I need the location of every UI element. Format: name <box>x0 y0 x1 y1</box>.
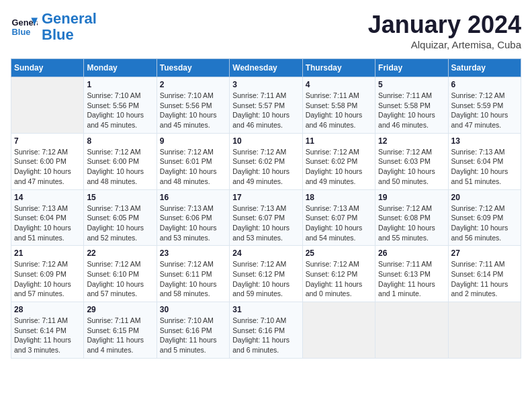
calendar-cell: 19Sunrise: 7:12 AMSunset: 6:08 PMDayligh… <box>375 189 448 246</box>
day-number: 31 <box>232 305 299 314</box>
day-info: Sunrise: 7:12 AMSunset: 6:09 PMDaylight:… <box>451 203 518 243</box>
day-number: 21 <box>14 248 81 258</box>
day-number: 5 <box>378 80 445 89</box>
calendar-cell <box>448 302 521 359</box>
day-info: Sunrise: 7:10 AMSunset: 5:56 PMDaylight:… <box>87 91 153 130</box>
location: Alquizar, Artemisa, Cuba <box>368 39 521 50</box>
day-info: Sunrise: 7:11 AMSunset: 5:58 PMDaylight:… <box>306 91 372 130</box>
day-info: Sunrise: 7:13 AMSunset: 6:04 PMDaylight:… <box>451 147 518 187</box>
calendar-cell: 1Sunrise: 7:10 AMSunset: 5:56 PMDaylight… <box>84 77 157 134</box>
calendar-cell: 2Sunrise: 7:10 AMSunset: 5:56 PMDaylight… <box>157 77 229 134</box>
calendar-cell <box>11 77 84 134</box>
calendar-cell: 11Sunrise: 7:12 AMSunset: 6:02 PMDayligh… <box>302 133 375 189</box>
calendar-cell: 16Sunrise: 7:13 AMSunset: 6:06 PMDayligh… <box>157 189 229 246</box>
day-info: Sunrise: 7:10 AMSunset: 6:16 PMDaylight:… <box>232 316 299 355</box>
day-info: Sunrise: 7:11 AMSunset: 6:14 PMDaylight:… <box>14 316 81 355</box>
day-number: 9 <box>160 136 226 146</box>
day-number: 4 <box>306 80 372 89</box>
logo: General Blue General Blue <box>11 11 97 43</box>
day-number: 6 <box>451 80 518 89</box>
day-info: Sunrise: 7:13 AMSunset: 6:07 PMDaylight:… <box>232 203 299 243</box>
calendar-cell: 3Sunrise: 7:11 AMSunset: 5:57 PMDaylight… <box>230 77 302 134</box>
calendar-cell: 12Sunrise: 7:12 AMSunset: 6:03 PMDayligh… <box>375 133 448 189</box>
day-number: 2 <box>160 80 226 89</box>
day-number: 15 <box>87 193 153 202</box>
day-number: 13 <box>451 136 518 146</box>
day-number: 11 <box>306 136 372 146</box>
calendar-cell: 9Sunrise: 7:12 AMSunset: 6:01 PMDaylight… <box>157 133 229 189</box>
calendar-cell: 26Sunrise: 7:11 AMSunset: 6:13 PMDayligh… <box>375 246 448 302</box>
calendar-cell: 25Sunrise: 7:12 AMSunset: 6:12 PMDayligh… <box>302 246 375 302</box>
day-info: Sunrise: 7:11 AMSunset: 6:15 PMDaylight:… <box>87 316 153 355</box>
day-number: 7 <box>14 136 81 146</box>
day-number: 3 <box>232 80 299 89</box>
calendar-table: SundayMondayTuesdayWednesdayThursdayFrid… <box>11 58 521 359</box>
weekday-header-friday: Friday <box>375 59 448 77</box>
day-info: Sunrise: 7:11 AMSunset: 5:57 PMDaylight:… <box>232 91 299 130</box>
day-number: 27 <box>451 248 518 258</box>
calendar-week-row: 21Sunrise: 7:12 AMSunset: 6:09 PMDayligh… <box>11 246 521 302</box>
calendar-cell: 5Sunrise: 7:11 AMSunset: 5:58 PMDaylight… <box>375 77 448 134</box>
calendar-cell: 4Sunrise: 7:11 AMSunset: 5:58 PMDaylight… <box>302 77 375 134</box>
month-title: January 2024 <box>368 11 521 39</box>
day-info: Sunrise: 7:13 AMSunset: 6:07 PMDaylight:… <box>306 203 372 243</box>
weekday-header-saturday: Saturday <box>448 59 521 77</box>
day-number: 12 <box>378 136 445 146</box>
calendar-cell <box>375 302 448 359</box>
day-info: Sunrise: 7:12 AMSunset: 6:03 PMDaylight:… <box>378 147 445 187</box>
day-info: Sunrise: 7:12 AMSunset: 6:00 PMDaylight:… <box>14 147 81 187</box>
page-header: General Blue General Blue January 2024 A… <box>11 11 521 50</box>
day-info: Sunrise: 7:10 AMSunset: 6:16 PMDaylight:… <box>160 316 226 355</box>
day-info: Sunrise: 7:11 AMSunset: 6:14 PMDaylight:… <box>451 259 518 299</box>
day-info: Sunrise: 7:12 AMSunset: 6:01 PMDaylight:… <box>160 147 226 187</box>
day-number: 28 <box>14 305 81 314</box>
day-number: 16 <box>160 193 226 202</box>
calendar-cell: 18Sunrise: 7:13 AMSunset: 6:07 PMDayligh… <box>302 189 375 246</box>
day-info: Sunrise: 7:11 AMSunset: 6:13 PMDaylight:… <box>378 259 445 299</box>
calendar-week-row: 7Sunrise: 7:12 AMSunset: 6:00 PMDaylight… <box>11 133 521 189</box>
day-info: Sunrise: 7:12 AMSunset: 6:00 PMDaylight:… <box>87 147 153 187</box>
logo-text: General Blue <box>42 11 97 43</box>
day-info: Sunrise: 7:13 AMSunset: 6:05 PMDaylight:… <box>87 203 153 243</box>
day-info: Sunrise: 7:12 AMSunset: 6:08 PMDaylight:… <box>378 203 445 243</box>
calendar-week-row: 14Sunrise: 7:13 AMSunset: 6:04 PMDayligh… <box>11 189 521 246</box>
calendar-cell: 10Sunrise: 7:12 AMSunset: 6:02 PMDayligh… <box>230 133 302 189</box>
calendar-cell: 29Sunrise: 7:11 AMSunset: 6:15 PMDayligh… <box>84 302 157 359</box>
calendar-cell <box>302 302 375 359</box>
calendar-cell: 28Sunrise: 7:11 AMSunset: 6:14 PMDayligh… <box>11 302 84 359</box>
weekday-header-thursday: Thursday <box>302 59 375 77</box>
weekday-header-wednesday: Wednesday <box>230 59 302 77</box>
day-info: Sunrise: 7:10 AMSunset: 5:56 PMDaylight:… <box>160 91 226 130</box>
calendar-cell: 21Sunrise: 7:12 AMSunset: 6:09 PMDayligh… <box>11 246 84 302</box>
day-number: 23 <box>160 248 226 258</box>
weekday-header-tuesday: Tuesday <box>157 59 229 77</box>
title-block: January 2024 Alquizar, Artemisa, Cuba <box>368 11 521 50</box>
day-info: Sunrise: 7:12 AMSunset: 6:12 PMDaylight:… <box>306 259 372 299</box>
day-number: 19 <box>378 193 445 202</box>
weekday-header-sunday: Sunday <box>11 59 84 77</box>
calendar-cell: 13Sunrise: 7:13 AMSunset: 6:04 PMDayligh… <box>448 133 521 189</box>
day-number: 25 <box>306 248 372 258</box>
day-info: Sunrise: 7:12 AMSunset: 6:09 PMDaylight:… <box>14 259 81 299</box>
day-number: 10 <box>232 136 299 146</box>
weekday-header-monday: Monday <box>84 59 157 77</box>
day-info: Sunrise: 7:12 AMSunset: 6:02 PMDaylight:… <box>306 147 372 187</box>
calendar-cell: 30Sunrise: 7:10 AMSunset: 6:16 PMDayligh… <box>157 302 229 359</box>
calendar-week-row: 28Sunrise: 7:11 AMSunset: 6:14 PMDayligh… <box>11 302 521 359</box>
calendar-cell: 24Sunrise: 7:12 AMSunset: 6:12 PMDayligh… <box>230 246 302 302</box>
day-number: 8 <box>87 136 153 146</box>
calendar-cell: 7Sunrise: 7:12 AMSunset: 6:00 PMDaylight… <box>11 133 84 189</box>
day-number: 26 <box>378 248 445 258</box>
calendar-cell: 14Sunrise: 7:13 AMSunset: 6:04 PMDayligh… <box>11 189 84 246</box>
calendar-cell: 8Sunrise: 7:12 AMSunset: 6:00 PMDaylight… <box>84 133 157 189</box>
weekday-header-row: SundayMondayTuesdayWednesdayThursdayFrid… <box>11 59 521 77</box>
day-number: 14 <box>14 193 81 202</box>
calendar-cell: 27Sunrise: 7:11 AMSunset: 6:14 PMDayligh… <box>448 246 521 302</box>
day-number: 22 <box>87 248 153 258</box>
day-number: 29 <box>87 305 153 314</box>
day-info: Sunrise: 7:12 AMSunset: 6:11 PMDaylight:… <box>160 259 226 299</box>
calendar-cell: 22Sunrise: 7:12 AMSunset: 6:10 PMDayligh… <box>84 246 157 302</box>
calendar-cell: 6Sunrise: 7:12 AMSunset: 5:59 PMDaylight… <box>448 77 521 134</box>
day-info: Sunrise: 7:12 AMSunset: 5:59 PMDaylight:… <box>451 91 518 130</box>
day-number: 24 <box>232 248 299 258</box>
